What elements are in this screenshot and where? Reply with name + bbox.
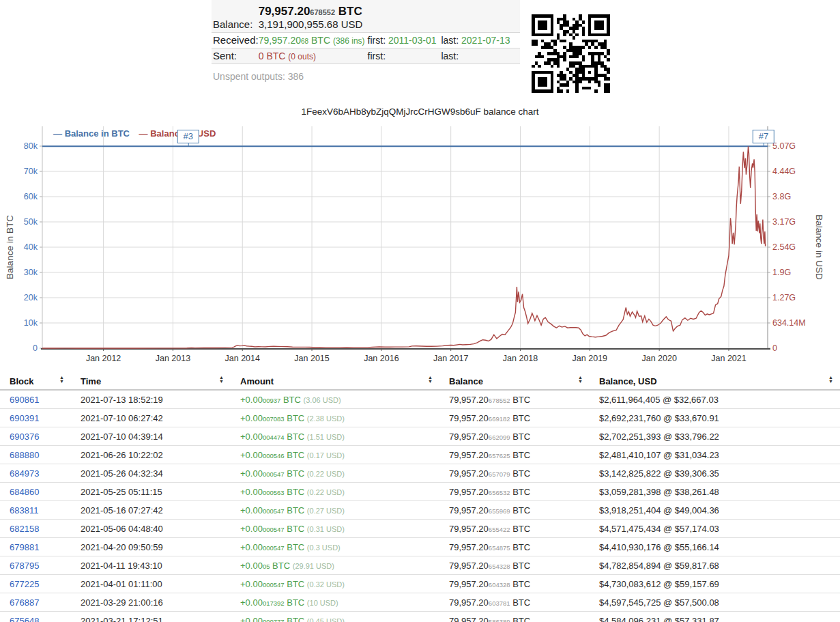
tx-time: 2021-03-29 21:00:16 bbox=[71, 593, 231, 612]
tx-amount: +0.00000547 BTC (0.27 USD) bbox=[231, 501, 439, 520]
column-label: Block bbox=[10, 376, 33, 386]
table-row: 6772252021-04-01 01:11:00+0.00000547 BTC… bbox=[0, 575, 840, 593]
x-axis-tick-label: Jan 2013 bbox=[156, 354, 190, 363]
block-link[interactable]: 683811 bbox=[10, 505, 38, 515]
block-link[interactable]: 684860 bbox=[10, 487, 39, 497]
y-right-tick-label: 4.44G bbox=[772, 167, 796, 176]
tx-balance: 79,957.20656532 BTC bbox=[439, 483, 590, 501]
tx-balance-usd: $4,730,083,612 @ $59,157.69 bbox=[590, 575, 840, 593]
y-left-tick-label: 50k bbox=[24, 217, 38, 227]
y-right-tick-label: 3.8G bbox=[772, 192, 791, 201]
block-link[interactable]: 678795 bbox=[10, 561, 39, 571]
tx-balance-usd: $2,702,251,393 @ $33,796.22 bbox=[590, 427, 840, 446]
block-link[interactable]: 675648 bbox=[10, 616, 39, 622]
table-row: 6848602021-05-25 05:11:15+0.00000563 BTC… bbox=[0, 483, 840, 501]
table-row: 6849732021-05-26 04:32:34+0.00000547 BTC… bbox=[0, 464, 840, 483]
block-link[interactable]: 688880 bbox=[10, 450, 39, 460]
balance-chart[interactable]: Jan 2012Jan 2013Jan 2014Jan 2015Jan 2016… bbox=[0, 122, 840, 372]
column-header-balance[interactable]: Balance▲▼ bbox=[439, 373, 590, 390]
y-left-tick-label: 70k bbox=[24, 167, 38, 176]
chart-canvas[interactable]: Jan 2012Jan 2013Jan 2014Jan 2015Jan 2016… bbox=[0, 122, 840, 372]
tx-amount: +0.00000547 BTC (0.22 USD) bbox=[231, 464, 439, 483]
balance-row: Balance: 79,957.20678552 BTC 3,191,900,9… bbox=[212, 0, 520, 33]
column-header-block[interactable]: Block▲▼ bbox=[0, 373, 71, 390]
sort-icon[interactable]: ▲▼ bbox=[219, 376, 224, 384]
balance-btc: 79,957.20678552 BTC bbox=[259, 1, 520, 18]
tx-balance: 79,957.20603781 BTC bbox=[439, 593, 590, 612]
tx-amount: +0.00007083 BTC (2.38 USD) bbox=[231, 409, 439, 427]
y-left-tick-label: 0 bbox=[33, 343, 38, 353]
legend-item-btc[interactable]: — Balance in BTC bbox=[53, 128, 130, 139]
tx-balance: 79,957.20654875 BTC bbox=[439, 538, 590, 556]
tx-balance-usd: $2,692,231,760 @ $33,670.91 bbox=[590, 409, 840, 427]
x-axis-tick-label: Jan 2020 bbox=[641, 354, 676, 363]
tx-balance-usd: $2,481,410,107 @ $31,034.23 bbox=[590, 446, 840, 464]
column-header-time[interactable]: Time▲▼ bbox=[71, 373, 231, 390]
tx-balance: 79,957.20604328 BTC bbox=[439, 575, 590, 593]
tx-balance-usd: $3,059,281,398 @ $38,261.48 bbox=[590, 483, 840, 501]
tx-amount: +0.00000547 BTC (0.32 USD) bbox=[231, 575, 439, 593]
sort-icon[interactable]: ▲▼ bbox=[578, 376, 583, 384]
y-right-tick-label: 634.14M bbox=[772, 318, 806, 328]
tx-balance-usd: $4,597,545,725 @ $57,500.08 bbox=[590, 593, 840, 612]
table-row: 6821582021-05-06 04:48:40+0.00000547 BTC… bbox=[0, 520, 840, 538]
tx-balance: 79,957.20654328 BTC bbox=[439, 556, 590, 575]
annotation-flag-1[interactable]: #3 bbox=[177, 130, 199, 143]
transactions-header: Block▲▼Time▲▼Amount▲▼Balance▲▼Balance, U… bbox=[0, 373, 840, 390]
y-right-tick-label: 2.54G bbox=[772, 242, 796, 252]
tx-balance-usd: $2,611,964,405 @ $32,667.03 bbox=[590, 390, 840, 409]
sent-row: Sent: 0 BTC (0 outs) first: last: bbox=[212, 48, 520, 64]
tx-balance: 79,957.20586389 BTC bbox=[439, 612, 590, 622]
tx-balance-usd: $4,571,475,434 @ $57,174.03 bbox=[590, 520, 840, 538]
column-header-amount[interactable]: Amount▲▼ bbox=[231, 373, 439, 390]
block-link[interactable]: 679881 bbox=[10, 542, 39, 552]
tx-balance-usd: $3,142,825,822 @ $39,306.35 bbox=[590, 464, 840, 483]
x-axis-tick-label: Jan 2016 bbox=[364, 354, 399, 363]
block-link[interactable]: 690376 bbox=[10, 432, 39, 442]
x-axis-tick-label: Jan 2017 bbox=[433, 354, 468, 363]
y-right-tick-label: 1.27G bbox=[772, 293, 796, 302]
sort-icon[interactable]: ▲▼ bbox=[828, 376, 833, 384]
block-link[interactable]: 676887 bbox=[10, 597, 39, 608]
block-link[interactable]: 690391 bbox=[10, 413, 39, 423]
block-link[interactable]: 684973 bbox=[10, 468, 39, 479]
address-summary-table: Balance: 79,957.20678552 BTC 3,191,900,9… bbox=[212, 0, 520, 64]
block-link[interactable]: 677225 bbox=[10, 579, 39, 589]
tx-time: 2021-05-16 07:27:42 bbox=[71, 501, 231, 520]
transactions-table: Block▲▼Time▲▼Amount▲▼Balance▲▼Balance, U… bbox=[0, 373, 840, 622]
y-left-tick-label: 10k bbox=[24, 318, 38, 328]
column-label: Time bbox=[81, 376, 101, 386]
tx-time: 2021-04-11 19:43:10 bbox=[71, 556, 231, 575]
tx-balance-usd: $3,918,251,404 @ $49,004.36 bbox=[590, 501, 840, 520]
x-axis-tick-label: Jan 2019 bbox=[573, 354, 607, 363]
tx-amount: +0.00004474 BTC (1.51 USD) bbox=[231, 427, 439, 446]
table-row: 6798812021-04-20 09:50:59+0.00000547 BTC… bbox=[0, 538, 840, 556]
sort-icon[interactable]: ▲▼ bbox=[59, 376, 64, 384]
y-left-tick-label: 30k bbox=[24, 268, 38, 277]
received-row: Received: 79,957.2068 BTC (386 ins) firs… bbox=[212, 33, 520, 48]
y-right-tick-label: 3.17G bbox=[772, 217, 796, 227]
sort-icon[interactable]: ▲▼ bbox=[428, 376, 433, 384]
received-last: last: 2021-07-13 bbox=[441, 33, 520, 48]
tx-amount: +0.0005 BTC (29.91 USD) bbox=[231, 556, 439, 575]
legend-line-sample: — bbox=[53, 128, 62, 139]
column-label: Balance bbox=[449, 376, 483, 386]
tx-balance: 79,957.20657625 BTC bbox=[439, 446, 590, 464]
annotation-flag-2[interactable]: #7 bbox=[753, 130, 774, 143]
tx-amount: +0.00000777 BTC (0.45 USD) bbox=[231, 612, 439, 622]
column-header-balance_usd[interactable]: Balance, USD▲▼ bbox=[590, 373, 840, 390]
block-link[interactable]: 682158 bbox=[10, 524, 39, 534]
qr-code bbox=[532, 14, 610, 93]
tx-amount: +0.00000546 BTC (0.17 USD) bbox=[231, 446, 439, 464]
column-label: Amount bbox=[240, 376, 274, 386]
x-axis-tick-label: Jan 2015 bbox=[294, 354, 329, 363]
tx-time: 2021-07-13 18:52:19 bbox=[71, 390, 231, 409]
tx-amount: +0.00000547 BTC (0.3 USD) bbox=[231, 538, 439, 556]
tx-amount: +0.00017392 BTC (10 USD) bbox=[231, 593, 439, 612]
block-link[interactable]: 690861 bbox=[10, 395, 39, 405]
y-right-axis-title: Balance in USD bbox=[814, 214, 824, 280]
tx-time: 2021-03-21 17:12:51 bbox=[71, 612, 231, 622]
tx-amount: +0.00000563 BTC (0.22 USD) bbox=[231, 483, 439, 501]
tx-balance: 79,957.20669182 BTC bbox=[439, 409, 590, 427]
sent-label: Sent: bbox=[212, 48, 259, 64]
